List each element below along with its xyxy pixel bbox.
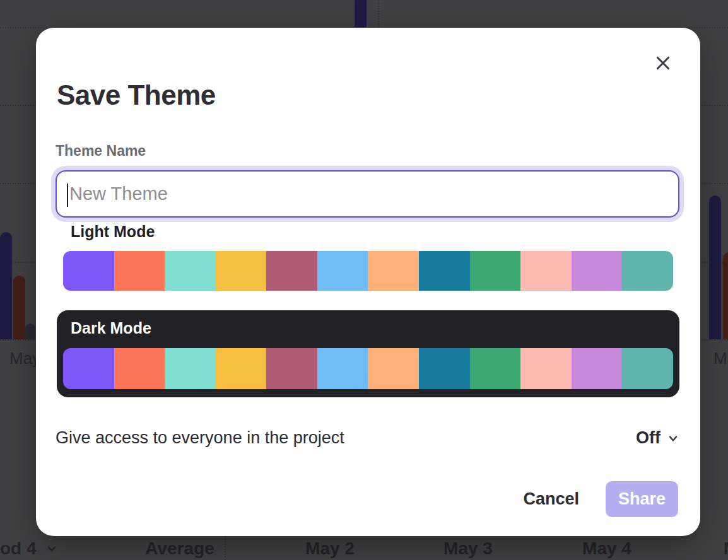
chart-bar	[709, 195, 721, 339]
close-icon[interactable]	[653, 54, 673, 74]
dark-mode-card: Dark Mode	[57, 310, 679, 397]
x-axis-label: Average	[145, 539, 214, 559]
palette-swatch	[368, 251, 419, 291]
chart-bar	[25, 324, 35, 339]
light-mode-label: Light Mode	[71, 223, 155, 241]
x-axis-label: May 2	[305, 539, 355, 559]
palette-swatch	[572, 348, 623, 389]
palette-swatch	[368, 348, 419, 389]
chart-bar	[723, 252, 728, 339]
chart-bar	[0, 232, 12, 339]
period-dropdown-label: od 4	[0, 539, 37, 559]
dark-mode-label: Dark Mode	[71, 319, 151, 337]
x-axis-label: Ma	[713, 349, 728, 368]
palette-swatch	[63, 251, 114, 291]
palette-swatch	[114, 348, 165, 389]
palette-swatch	[165, 251, 216, 291]
access-row: Give access to everyone in the project O…	[56, 428, 679, 448]
theme-name-label: Theme Name	[56, 143, 146, 160]
palette-swatch	[317, 348, 368, 389]
access-dropdown-value: Off	[636, 428, 660, 448]
dialog-title: Save Theme	[57, 79, 216, 111]
palette-swatch	[419, 348, 470, 389]
text-caret	[67, 184, 68, 207]
x-axis-label: May 3	[443, 539, 493, 559]
gridline-vertical	[378, 0, 379, 27]
theme-name-input[interactable]	[57, 172, 678, 216]
save-theme-dialog: Save Theme Theme Name Light Mode Dark Mo…	[36, 28, 700, 536]
palette-swatch	[470, 251, 521, 291]
palette-swatch	[520, 348, 572, 389]
palette-swatch	[114, 251, 165, 291]
period-dropdown: od 4	[0, 539, 58, 559]
chart-bar	[13, 276, 25, 339]
theme-name-field-wrap	[56, 170, 679, 218]
x-axis-label: M	[724, 539, 728, 559]
palette-swatch	[470, 348, 521, 389]
palette-swatch	[622, 251, 673, 291]
palette-swatch	[520, 251, 572, 291]
access-label: Give access to everyone in the project	[56, 428, 344, 448]
palette-swatch	[572, 251, 623, 291]
palette-swatch	[419, 251, 470, 291]
palette-swatch	[317, 251, 368, 291]
x-axis-label: May 4	[582, 539, 631, 559]
dark-mode-palette	[63, 348, 673, 389]
dialog-actions: Cancel Share	[523, 481, 678, 517]
palette-swatch	[622, 348, 673, 389]
light-mode-palette	[63, 251, 673, 291]
palette-swatch	[216, 348, 267, 389]
cancel-button[interactable]: Cancel	[523, 489, 579, 509]
palette-swatch	[216, 251, 267, 291]
gridline-vertical	[225, 533, 226, 560]
access-dropdown[interactable]: Off	[636, 428, 679, 448]
chart-bar	[355, 0, 367, 27]
share-button[interactable]: Share	[606, 481, 678, 517]
palette-swatch	[63, 348, 114, 389]
palette-swatch	[165, 348, 216, 389]
palette-swatch	[266, 251, 317, 291]
chevron-down-icon	[45, 542, 58, 555]
chevron-down-icon	[667, 432, 679, 445]
palette-swatch	[266, 348, 317, 389]
